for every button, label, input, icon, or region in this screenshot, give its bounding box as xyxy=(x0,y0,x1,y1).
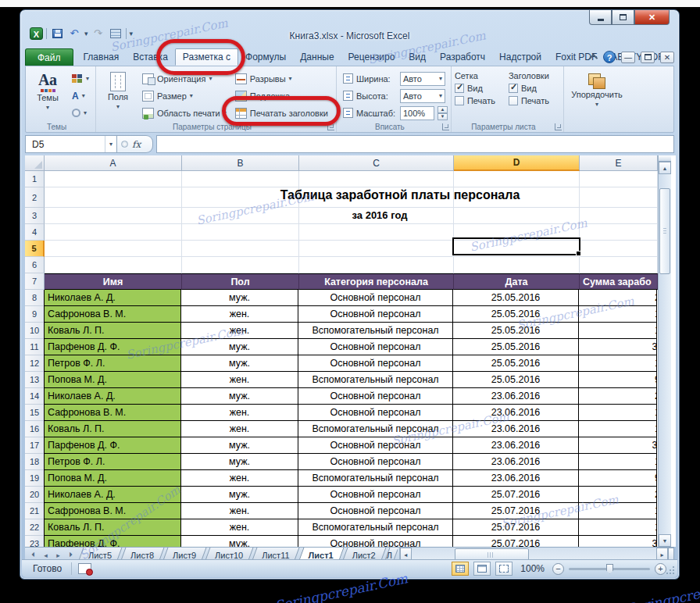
normal-view-button[interactable] xyxy=(452,562,469,576)
row-header-20[interactable]: 20 xyxy=(25,487,45,503)
scroll-down-button[interactable]: ▼ xyxy=(659,534,671,547)
cell[interactable] xyxy=(299,224,454,241)
tab-file[interactable]: Файл xyxy=(25,48,73,66)
table-cell[interactable]: муж. xyxy=(181,454,298,470)
tab-Рецензиро[interactable]: Рецензиро xyxy=(341,48,402,66)
first-sheet-button[interactable]: ⏴ xyxy=(28,551,38,559)
name-box[interactable]: D5 ▾ xyxy=(25,135,117,153)
table-cell[interactable]: 2 xyxy=(579,290,657,306)
cell[interactable] xyxy=(580,187,658,208)
cell[interactable] xyxy=(182,257,299,273)
row-header-12[interactable]: 12 xyxy=(25,355,45,372)
table-cell[interactable]: Сафронова В. М. xyxy=(44,405,181,421)
table-header-cell[interactable]: Пол xyxy=(182,273,299,290)
cell[interactable] xyxy=(299,241,454,257)
cell[interactable] xyxy=(580,257,658,273)
cell[interactable] xyxy=(580,208,658,224)
table-header-cell[interactable]: Категория персонала xyxy=(299,273,454,290)
column-header-B[interactable]: B xyxy=(182,155,299,171)
cell[interactable] xyxy=(182,208,299,224)
table-cell[interactable]: Основной персонал xyxy=(298,306,453,323)
workbook-close-button[interactable]: ✕ xyxy=(660,52,674,63)
table-cell[interactable]: Основной персонал xyxy=(298,536,453,547)
resize-grip[interactable] xyxy=(666,566,675,575)
table-cell[interactable]: 1 xyxy=(579,454,657,470)
table-cell[interactable]: Основной персонал xyxy=(298,487,453,503)
table-cell[interactable]: Вспомогательный персонал xyxy=(298,372,453,388)
cell[interactable] xyxy=(454,171,580,187)
workbook-restore-button[interactable] xyxy=(641,52,655,63)
margins-button[interactable]: Поля ▾ xyxy=(99,69,137,121)
row-header-2[interactable]: 2 xyxy=(25,187,45,208)
page-break-view-button[interactable] xyxy=(495,562,512,576)
formula-input[interactable] xyxy=(156,135,674,153)
column-header-D[interactable]: D xyxy=(454,155,580,171)
table-cell[interactable]: Основной персонал xyxy=(298,437,453,454)
table-cell[interactable]: Коваль Л. П. xyxy=(44,323,181,339)
table-cell[interactable]: 2 xyxy=(579,388,657,405)
themes-button[interactable]: Аа Темы ▾ xyxy=(29,69,66,121)
formula-options-icon[interactable] xyxy=(121,141,128,148)
column-header-E[interactable]: E xyxy=(580,155,658,171)
table-cell[interactable]: 25.05.2016 xyxy=(453,323,579,339)
tab-Надстрой[interactable]: Надстрой xyxy=(492,48,548,66)
table-cell[interactable]: Вспомогательный персонал xyxy=(298,323,453,339)
tab-Вставка[interactable]: Вставка xyxy=(126,48,175,66)
scale-input[interactable]: 100% xyxy=(400,106,434,120)
table-cell[interactable]: жен. xyxy=(181,405,298,421)
cell[interactable] xyxy=(454,187,580,208)
table-cell[interactable]: 23.06.2016 xyxy=(453,470,579,487)
row-header-7[interactable]: 7 xyxy=(25,273,45,290)
row-header-8[interactable]: 8 xyxy=(25,290,45,306)
cell[interactable] xyxy=(299,257,454,273)
table-cell[interactable]: 23.06.2016 xyxy=(453,388,579,405)
table-cell[interactable]: жен. xyxy=(181,323,298,339)
table-cell[interactable]: Коваль Л. П. xyxy=(44,519,181,536)
table-cell[interactable]: 3. xyxy=(579,536,657,547)
row-header-4[interactable]: 4 xyxy=(25,224,45,241)
table-cell[interactable]: Петров Ф. Л. xyxy=(44,454,181,470)
sheet-options-dialog-launcher[interactable] xyxy=(555,123,562,130)
gridlines-view-checkbox[interactable]: Вид xyxy=(455,84,506,93)
scale-spinner[interactable]: ▲▼ xyxy=(438,106,448,120)
table-cell[interactable]: Основной персонал xyxy=(298,339,453,355)
last-sheet-button[interactable]: ⏵ xyxy=(66,551,76,559)
zoom-slider-thumb[interactable] xyxy=(606,564,613,574)
next-sheet-button[interactable]: ▸ xyxy=(53,551,63,559)
print-area-button[interactable]: Область печати▾ xyxy=(139,105,230,121)
cell[interactable] xyxy=(45,208,182,224)
table-cell[interactable]: 25.05.2016 xyxy=(453,306,579,323)
table-cell[interactable]: муж. xyxy=(181,536,298,547)
table-cell[interactable]: Сафронова В. М. xyxy=(44,503,181,519)
table-cell[interactable]: Парфенов Д. Ф. xyxy=(44,339,181,355)
zoom-out-button[interactable]: − xyxy=(552,563,564,575)
table-cell[interactable]: муж. xyxy=(181,339,298,355)
table-cell[interactable]: Вспомогательный персонал xyxy=(298,421,453,437)
table-cell[interactable]: Основной персонал xyxy=(298,405,453,421)
row-header-6[interactable]: 6 xyxy=(25,257,45,273)
table-cell[interactable]: жен. xyxy=(181,503,298,519)
tab-Разработч[interactable]: Разработч xyxy=(433,48,492,66)
column-header-C[interactable]: C xyxy=(299,155,454,171)
table-cell[interactable]: 23.06.2016 xyxy=(453,421,579,437)
table-cell[interactable]: Основной персонал xyxy=(298,503,453,519)
table-cell[interactable]: Парфенов Д. Ф. xyxy=(44,437,181,454)
page-setup-dialog-launcher[interactable] xyxy=(327,123,334,130)
macro-record-button[interactable] xyxy=(78,563,91,574)
table-cell[interactable]: муж. xyxy=(181,388,298,405)
table-cell[interactable]: 25.05.2016 xyxy=(453,290,579,306)
vertical-scrollbar[interactable]: ▲ ▼ xyxy=(658,155,671,547)
row-header-11[interactable]: 11 xyxy=(25,339,45,355)
table-cell[interactable]: Попова М. Д. xyxy=(44,470,181,487)
select-all-corner[interactable] xyxy=(25,155,45,171)
table-cell[interactable]: Вспомогательный персонал xyxy=(298,519,453,536)
print-titles-button[interactable]: Печатать заголовки xyxy=(232,105,331,121)
table-cell[interactable]: 25.07.2016 xyxy=(453,487,579,503)
table-cell[interactable]: Николаев А. Д. xyxy=(44,487,181,503)
tab-Формулы[interactable]: Формулы xyxy=(238,48,293,66)
cell[interactable] xyxy=(299,187,454,208)
cell[interactable] xyxy=(580,224,658,241)
scrollbar-split-handle[interactable] xyxy=(659,155,671,162)
table-header-cell[interactable]: Сумма зарабо xyxy=(580,273,658,290)
cell[interactable] xyxy=(45,171,182,187)
